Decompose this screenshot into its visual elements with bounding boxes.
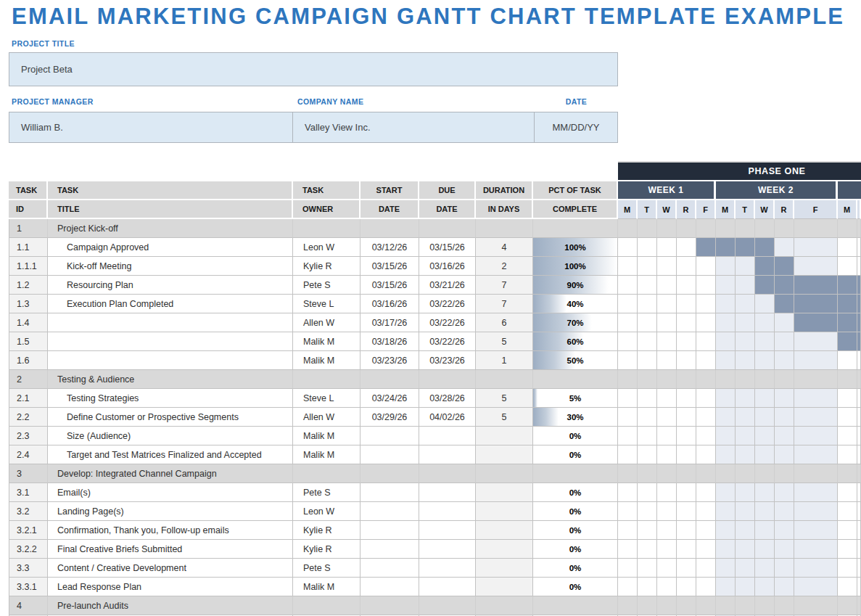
cell-duration[interactable] [476,502,533,521]
gantt-cell[interactable] [657,464,677,483]
gantt-cell[interactable] [657,483,677,502]
cell-task-id[interactable]: 1.4 [9,313,48,332]
gantt-cell[interactable] [755,464,775,483]
gantt-cell[interactable] [638,483,657,502]
gantt-cell[interactable] [657,445,677,464]
cell-pct-complete[interactable]: 30% [533,408,618,427]
gantt-cell[interactable] [736,445,755,464]
gantt-cell[interactable] [638,238,657,257]
gantt-cell[interactable] [638,596,657,615]
gantt-cell[interactable] [618,521,638,540]
gantt-cell[interactable] [657,596,677,615]
gantt-cell[interactable] [638,540,657,559]
cell-task-owner[interactable]: Malik M [293,427,361,445]
cell-task-title[interactable]: Target and Test Matrices Finalized and A… [48,445,293,464]
cell-duration[interactable] [476,464,533,483]
gantt-cell[interactable] [716,389,736,408]
cell-duration[interactable] [476,596,533,615]
cell-duration[interactable]: 1 [476,351,533,370]
gantt-cell[interactable] [755,408,775,427]
gantt-cell[interactable] [677,276,696,295]
cell-duration[interactable] [476,370,533,389]
gantt-cell[interactable] [677,427,696,445]
gantt-cell[interactable] [794,502,838,521]
cell-due-date[interactable] [419,596,476,615]
cell-start-date[interactable] [361,427,419,445]
gantt-cell[interactable] [677,408,696,427]
gantt-cell[interactable] [794,351,838,370]
gantt-cell[interactable] [794,445,838,464]
cell-task-id[interactable]: 1 [9,219,48,238]
gantt-cell[interactable] [677,238,696,257]
gantt-cell[interactable] [736,502,755,521]
cell-pct-complete[interactable]: 40% [533,295,618,313]
gantt-cell[interactable] [677,540,696,559]
gantt-cell[interactable] [775,408,794,427]
gantt-cell[interactable] [755,238,775,257]
gantt-cell[interactable] [755,332,775,351]
cell-pct-complete[interactable]: 70% [533,313,618,332]
gantt-cell[interactable] [618,219,638,238]
cell-task-owner[interactable]: Malik M [293,332,361,351]
cell-task-title[interactable]: Resourcing Plan [48,276,293,295]
gantt-cell[interactable] [677,389,696,408]
cell-task-owner[interactable]: Kylie R [293,521,361,540]
gantt-cell[interactable] [775,257,794,276]
gantt-cell[interactable] [638,502,657,521]
gantt-cell[interactable] [638,295,657,313]
cell-task-owner[interactable] [293,219,361,238]
gantt-cell[interactable] [755,445,775,464]
gantt-cell[interactable] [696,427,716,445]
gantt-cell[interactable] [716,502,736,521]
gantt-cell[interactable] [618,238,638,257]
cell-task-owner[interactable] [293,596,361,615]
cell-task-id[interactable]: 3.2 [9,502,48,521]
cell-due-date[interactable]: 03/22/26 [419,332,476,351]
gantt-cell[interactable] [736,313,755,332]
gantt-cell[interactable] [696,578,716,596]
gantt-cell[interactable] [638,257,657,276]
cell-task-title[interactable] [48,332,293,351]
cell-task-id[interactable]: 1.1.1 [9,257,48,276]
cell-task-title[interactable]: Develop: Integrated Channel Campaign [48,464,293,483]
cell-start-date[interactable]: 03/18/26 [361,332,419,351]
cell-task-id[interactable]: 3.2.2 [9,540,48,559]
cell-task-id[interactable]: 1.6 [9,351,48,370]
cell-due-date[interactable]: 03/21/26 [419,276,476,295]
gantt-cell[interactable] [755,276,775,295]
gantt-cell[interactable] [696,389,716,408]
cell-start-date[interactable] [361,540,419,559]
cell-pct-complete[interactable] [533,219,618,238]
gantt-cell[interactable] [736,276,755,295]
gantt-cell[interactable] [657,276,677,295]
cell-start-date[interactable]: 03/17/26 [361,313,419,332]
gantt-cell[interactable] [775,276,794,295]
gantt-cell[interactable] [736,351,755,370]
gantt-cell[interactable] [775,521,794,540]
cell-due-date[interactable] [419,219,476,238]
gantt-cell[interactable] [657,521,677,540]
project-manager-field[interactable]: William B. [9,112,293,143]
gantt-cell[interactable] [618,313,638,332]
gantt-cell[interactable] [716,219,736,238]
cell-start-date[interactable] [361,596,419,615]
cell-due-date[interactable] [419,445,476,464]
gantt-cell[interactable] [696,502,716,521]
gantt-cell[interactable] [716,313,736,332]
cell-due-date[interactable] [419,427,476,445]
cell-pct-complete[interactable]: 100% [533,238,618,257]
gantt-cell[interactable] [638,351,657,370]
cell-task-owner[interactable]: Pete S [293,559,361,578]
cell-task-id[interactable]: 1.5 [9,332,48,351]
gantt-cell[interactable] [775,596,794,615]
project-title-field[interactable]: Project Beta [9,52,618,86]
gantt-cell[interactable] [755,596,775,615]
cell-due-date[interactable]: 03/15/26 [419,238,476,257]
gantt-cell[interactable] [677,257,696,276]
cell-task-title[interactable]: Email(s) [48,483,293,502]
gantt-cell[interactable] [657,351,677,370]
gantt-cell[interactable] [696,295,716,313]
cell-task-title[interactable]: Pre-launch Audits [48,596,293,615]
cell-task-title[interactable]: Lead Response Plan [48,578,293,596]
gantt-cell[interactable] [618,257,638,276]
